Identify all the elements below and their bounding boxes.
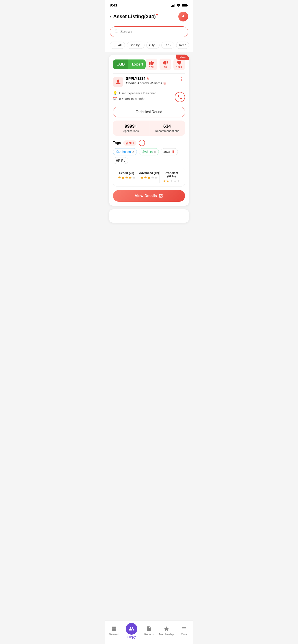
tag-johnson: @Johnson × [113,148,137,156]
remove-tag-button[interactable]: × [154,150,156,154]
svg-rect-4 [114,45,116,45]
chevron-down-icon: ▾ [140,44,141,46]
skill-expert: Expert (23) ★ ★ ★ ★ ★ [116,171,137,183]
recommendations-label: Recommendations [151,129,184,132]
skill-proficient-label: Proficient (999+) [161,171,182,178]
star-1: ★ [118,176,121,180]
thumbs-down-icon [163,60,168,65]
recent-filter[interactable]: Rece [176,42,189,49]
skill-advanced-stars: ★ ★ ★ ★ ★ [139,176,159,180]
svg-rect-1 [187,5,188,6]
svg-rect-5 [114,46,116,46]
copy-name-icon[interactable]: ⎘ [164,82,165,85]
card-details: 💡 User Experience Designer 📅 8 Years 10 … [109,90,189,105]
heart-button[interactable]: 102K [174,58,185,70]
external-link-icon [159,194,163,198]
like-button[interactable]: 12K [146,58,157,70]
tags-chips: @Johnson × @Alexa × Java 🗑 HR Ro [113,148,185,164]
search-input[interactable] [120,30,184,34]
applications-count: 9999+ [115,124,147,129]
briefcase-icon: 💡 [113,91,117,95]
copy-id-icon[interactable]: ⎘ [147,77,148,80]
skill-advanced: Advanced (12) ★ ★ ★ ★ ★ [139,171,159,183]
stats-row: 9999+ Applications 634 Recommendations [113,120,185,136]
star-3: ★ [147,176,151,180]
star-4: ★ [174,179,177,183]
page-title: Asset Listing(234) [113,14,158,20]
svg-rect-2 [182,4,187,6]
user-info: SPPLY1234 ⎘ Charlie Andrew Williams ⎘ [126,77,165,87]
star-1: ★ [140,176,143,180]
tags-at-badge: @ 99+ [123,140,136,146]
more-options-button[interactable]: ⋮ [178,77,185,82]
skill-expert-label: Expert (23) [116,171,137,175]
star-1: ★ [163,179,166,183]
tags-label: Tags [113,141,121,145]
avatar [113,77,123,87]
delete-tag-button[interactable]: 🗑 [171,150,175,154]
user-id: SPPLY1234 ⎘ [126,77,165,81]
search-icon [114,29,118,34]
city-filter[interactable]: City ▾ [146,42,160,49]
notification-dot [156,14,158,16]
signal-icon [171,4,175,7]
main-content: New 100 Expert 12K 10 [105,52,193,246]
second-card-partial [109,209,189,223]
dislike-button[interactable]: 10 [160,58,171,70]
skill-expert-stars: ★ ★ ★ ★ ★ [116,176,137,180]
remove-tag-button[interactable]: × [132,150,134,154]
person-icon [115,79,121,85]
svg-rect-3 [113,44,117,44]
download-button[interactable] [178,12,188,22]
recommendations-stat: 634 Recommendations [149,120,185,136]
chevron-down-icon: ▾ [156,44,157,46]
add-tag-button[interactable]: + [139,140,145,146]
heart-icon [177,60,182,65]
tag-alexa: @Alexa × [139,148,159,156]
expert-label: Expert [128,60,146,69]
skill-proficient-stars: ★ ★ ★ ★ ★ [161,179,182,183]
at-icon: @ [125,141,128,145]
star-4: ★ [129,176,132,180]
page-header: ‹ Asset Listing(234) [105,9,193,24]
chevron-down-icon: ▾ [170,44,171,46]
star-2: ★ [121,176,124,180]
wifi-icon [177,4,181,7]
star-4: ★ [151,176,154,180]
filter-bar: All Sort by ▾ City ▾ Tag ▾ Rece [105,40,193,52]
thumbs-up-icon [149,60,154,65]
call-button[interactable] [175,92,185,102]
skill-proficient: Proficient (999+) ★ ★ ★ ★ ★ [161,171,182,183]
star-2: ★ [144,176,147,180]
technical-round-button[interactable]: Technical Round [113,107,185,118]
skill-advanced-label: Advanced (12) [139,171,159,175]
star-5: ★ [132,176,135,180]
detail-info: 💡 User Experience Designer 📅 8 Years 10 … [113,91,156,102]
applications-stat: 9999+ Applications [113,120,149,136]
asset-card: New 100 Expert 12K 10 [109,54,189,206]
phone-icon [178,94,182,100]
job-title-row: 💡 User Experience Designer [113,91,156,95]
dislikes-count: 10 [164,66,167,68]
star-3: ★ [170,179,173,183]
experience-row: 📅 8 Years 10 Months [113,96,156,101]
tag-filter[interactable]: Tag ▾ [161,42,174,49]
sort-by-filter[interactable]: Sort by ▾ [127,42,144,49]
view-details-button[interactable]: View Details [113,190,185,202]
expert-score: 100 [113,60,128,69]
back-button[interactable]: ‹ [110,14,111,20]
new-badge: New [176,54,189,60]
tags-header: Tags @ 99+ + [113,140,185,146]
search-bar[interactable] [110,26,188,37]
filter-all-button[interactable]: All [110,42,125,49]
battery-icon [182,4,188,7]
star-2: ★ [166,179,169,183]
calendar-icon: 📅 [113,96,117,101]
hearts-count: 102K [176,66,182,68]
tags-section: Tags @ 99+ + @Johnson × @Alexa × Java [109,139,189,166]
status-icons [171,4,188,7]
search-container [105,24,193,40]
tag-hr: HR Ro [113,157,128,164]
tag-java: Java 🗑 [161,148,178,156]
applications-label: Applications [115,129,147,132]
